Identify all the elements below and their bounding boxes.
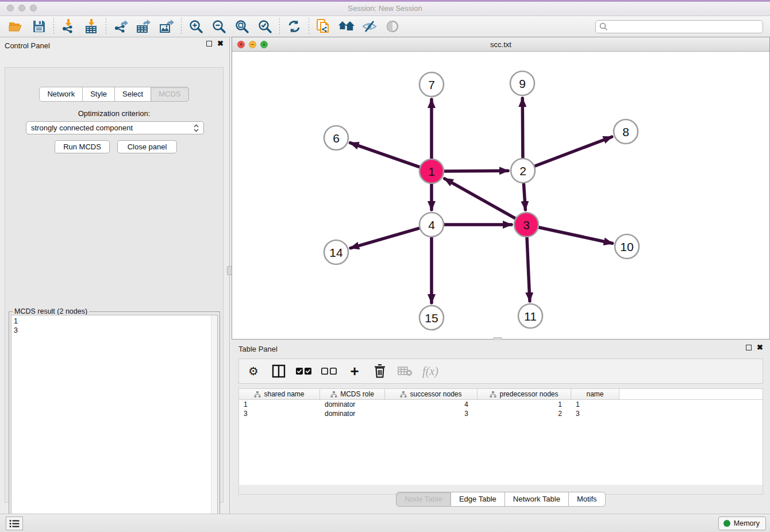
import-table-icon[interactable]	[80, 17, 103, 36]
save-session-icon[interactable]	[28, 17, 51, 36]
tab-select[interactable]: Select	[115, 87, 151, 102]
memory-label: Memory	[734, 519, 760, 527]
optimization-criterion-label: Optimization criterion:	[5, 109, 223, 118]
table-body: 1dominator4113dominator323	[239, 400, 763, 418]
zoom-out-icon[interactable]	[207, 17, 230, 36]
node-9[interactable]: 9	[510, 71, 534, 95]
mcds-panel: NetworkStyleSelectMCDS Optimization crit…	[5, 67, 224, 503]
cell-shared-name[interactable]: 3	[239, 409, 320, 418]
edge-4-14[interactable]	[351, 228, 420, 248]
edge-3-11[interactable]	[527, 237, 530, 301]
network-canvas[interactable]: 7968124314101511	[232, 52, 769, 339]
search-box[interactable]	[595, 20, 763, 33]
export-network-icon[interactable]	[109, 17, 132, 36]
cell-successor-nodes[interactable]: 3	[385, 409, 478, 418]
network-graph[interactable]: 7968124314101511	[232, 52, 769, 339]
mcds-result-text[interactable]: 13	[11, 315, 218, 526]
edge-2-8[interactable]	[534, 137, 612, 166]
node-15[interactable]: 15	[419, 306, 444, 330]
table-row[interactable]: 1dominator411	[239, 400, 763, 409]
column-header-MCDS-role[interactable]: MCDS role	[320, 389, 385, 399]
tab-node-table[interactable]: Node Table	[396, 492, 451, 507]
tab-network[interactable]: Network	[39, 87, 83, 102]
show-all-icon[interactable]	[381, 17, 404, 36]
cell-MCDS-role[interactable]: dominator	[320, 409, 385, 418]
cell-predecessor-nodes[interactable]: 2	[478, 409, 571, 418]
scrollbar[interactable]	[211, 315, 217, 525]
delete-table-icon[interactable]	[396, 363, 414, 380]
svg-text:9: 9	[519, 77, 526, 90]
control-panel-title: Control Panel	[5, 41, 50, 50]
node-3[interactable]: 3	[514, 213, 538, 237]
node-1[interactable]: 1	[419, 159, 444, 183]
edge-2-9[interactable]	[522, 98, 523, 159]
memory-button[interactable]: Memory	[718, 516, 766, 530]
column-header-shared-name[interactable]: shared name	[239, 389, 320, 399]
node-10[interactable]: 10	[615, 234, 639, 259]
network-window-titlebar[interactable]: × − + scc.txt	[232, 37, 769, 52]
column-header-predecessor-nodes[interactable]: predecessor nodes	[478, 389, 571, 399]
hide-selected-icon[interactable]	[358, 17, 381, 36]
tab-motifs[interactable]: Motifs	[569, 492, 606, 507]
cell-successor-nodes[interactable]: 4	[385, 400, 478, 409]
title-bar: Session: New Session	[0, 0, 770, 16]
tab-edge-table[interactable]: Edge Table	[451, 492, 505, 507]
run-mcds-button[interactable]: Run MCDS	[55, 140, 110, 153]
cell-shared-name[interactable]: 1	[239, 400, 320, 409]
refresh-icon[interactable]	[283, 17, 306, 36]
deselect-all-icon[interactable]	[321, 363, 338, 380]
cell-name[interactable]: 3	[571, 409, 619, 418]
node-7[interactable]: 7	[419, 72, 444, 97]
open-session-icon[interactable]	[5, 17, 28, 36]
add-column-icon[interactable]: +	[346, 363, 363, 380]
svg-text:14: 14	[329, 246, 343, 259]
edge-1-2[interactable]	[444, 171, 508, 171]
node-4[interactable]: 4	[419, 213, 444, 237]
search-input[interactable]	[608, 21, 759, 32]
show-columns-icon[interactable]	[270, 363, 287, 380]
new-network-from-selection-icon[interactable]	[312, 17, 335, 36]
column-label: MCDS role	[340, 390, 374, 398]
cell-predecessor-nodes[interactable]: 1	[478, 400, 571, 409]
float-panel-icon[interactable]	[206, 41, 212, 47]
zoom-selected-icon[interactable]	[253, 17, 276, 36]
toolbar-separator	[106, 18, 106, 34]
delete-icon[interactable]	[371, 363, 388, 380]
column-header-name[interactable]: name	[571, 389, 619, 399]
close-panel-icon[interactable]: ✖	[217, 41, 224, 47]
float-panel-icon[interactable]	[746, 345, 752, 350]
tab-style[interactable]: Style	[83, 87, 115, 102]
node-11[interactable]: 11	[518, 304, 542, 328]
toolbar-separator	[279, 18, 280, 34]
column-header-successor-nodes[interactable]: successor nodes	[385, 389, 478, 399]
svg-text:8: 8	[622, 125, 629, 138]
node-14[interactable]: 14	[324, 240, 348, 264]
export-table-icon[interactable]	[132, 17, 155, 36]
home-icon[interactable]	[335, 17, 358, 36]
edge-2-3[interactable]	[523, 183, 525, 210]
edge-3-1[interactable]	[445, 179, 516, 219]
node-6[interactable]: 6	[324, 126, 348, 150]
export-image-icon[interactable]	[155, 17, 178, 36]
function-builder-icon[interactable]: f(x)	[422, 363, 439, 380]
zoom-in-icon[interactable]	[184, 17, 207, 36]
cell-name[interactable]: 1	[571, 400, 619, 409]
edge-3-10[interactable]	[538, 228, 613, 244]
close-panel-button[interactable]: Close panel	[117, 140, 177, 153]
memory-status-icon	[723, 520, 730, 527]
svg-text:11: 11	[524, 310, 537, 323]
tab-mcds[interactable]: MCDS	[151, 87, 188, 102]
table-settings-icon[interactable]: ⚙	[245, 363, 262, 380]
import-network-icon[interactable]	[57, 17, 80, 36]
tab-network-table[interactable]: Network Table	[505, 492, 569, 507]
select-all-icon[interactable]	[295, 363, 313, 380]
zoom-fit-icon[interactable]	[230, 17, 253, 36]
task-history-button[interactable]	[6, 516, 23, 530]
table-row[interactable]: 3dominator323	[239, 409, 763, 418]
cell-MCDS-role[interactable]: dominator	[320, 400, 385, 409]
node-8[interactable]: 8	[614, 119, 638, 144]
node-2[interactable]: 2	[511, 159, 535, 183]
optimization-criterion-select[interactable]: strongly connected component	[26, 121, 204, 134]
close-panel-icon[interactable]: ✖	[757, 345, 763, 350]
edge-1-6[interactable]	[351, 143, 421, 168]
